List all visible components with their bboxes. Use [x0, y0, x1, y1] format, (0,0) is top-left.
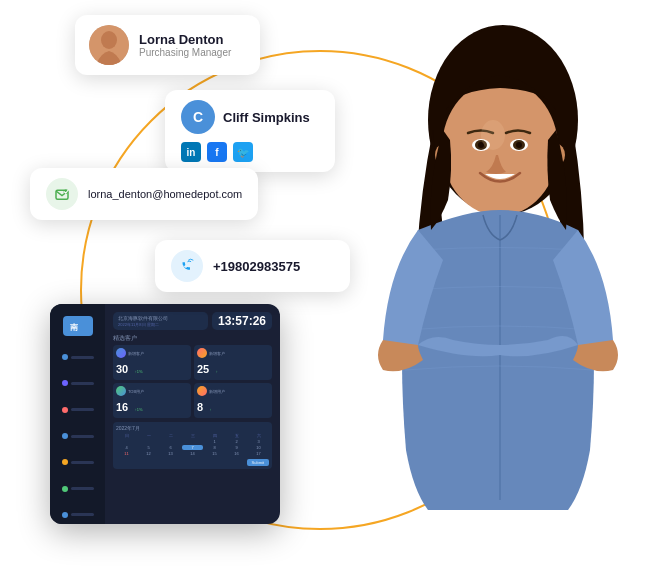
dash-time: 13:57:26 — [218, 315, 266, 327]
stat-item-2: 新增客户 25 ↑ — [194, 345, 272, 380]
svg-text:南: 南 — [70, 323, 78, 332]
phone-icon — [171, 250, 203, 282]
main-scene: Lorna Denton Purchasing Manager C Cliff … — [0, 0, 668, 584]
dashboard-sidebar: 南 — [50, 304, 105, 524]
email-icon — [46, 178, 78, 210]
sidebar-item-6 — [62, 479, 94, 497]
phone-card: +19802983575 — [155, 240, 350, 292]
sidebar-item-2 — [62, 374, 94, 392]
dashboard-main: 北京海豚软件有限公司 2022年11月8日 星期二 13:57:26 精选客户 … — [105, 304, 280, 524]
lorna-card: Lorna Denton Purchasing Manager — [75, 15, 260, 75]
cliff-card: C Cliff Simpkins in f 🐦 — [165, 90, 335, 172]
stat-item-3: TOB用户 16 ↑1% — [113, 383, 191, 418]
dash-date: 2022年11月8日 星期二 — [118, 322, 203, 327]
stat-item-4: 新增用户 8 ↑ — [194, 383, 272, 418]
sidebar-item-5 — [62, 453, 94, 471]
dashboard-calendar: 2022年7月 日 一 二 三 四 五 六 1 2 3 4 — [113, 422, 272, 469]
woman-figure — [328, 0, 648, 584]
lorna-name: Lorna Denton — [139, 32, 231, 47]
sidebar-item-1 — [62, 348, 94, 366]
lorna-info: Lorna Denton Purchasing Manager — [139, 32, 231, 58]
cliff-header: C Cliff Simpkins — [181, 100, 319, 134]
sidebar-logo: 南 — [63, 316, 93, 336]
lorna-avatar — [89, 25, 129, 65]
svg-point-13 — [101, 31, 117, 49]
sidebar-item-7 — [62, 506, 94, 524]
social-icons-row: in f 🐦 — [181, 142, 319, 162]
phone-number: +19802983575 — [213, 259, 300, 274]
sidebar-item-4 — [62, 427, 94, 445]
svg-point-8 — [516, 142, 522, 148]
dash-company: 北京海豚软件有限公司 — [118, 315, 203, 321]
sidebar-item-3 — [62, 401, 94, 419]
svg-point-11 — [481, 120, 505, 150]
cal-month: 2022年7月 — [116, 425, 269, 431]
lorna-role: Purchasing Manager — [139, 47, 231, 58]
linkedin-icon[interactable]: in — [181, 142, 201, 162]
svg-point-17 — [180, 259, 195, 274]
stat-item-1: 新增客户 30 ↑1% — [113, 345, 191, 380]
facebook-icon[interactable]: f — [207, 142, 227, 162]
cliff-name: Cliff Simpkins — [223, 110, 310, 125]
svg-point-2 — [442, 80, 558, 216]
email-address: lorna_denton@homedepot.com — [88, 188, 242, 200]
dash-stats-grid: 新增客户 30 ↑1% 新增客户 25 ↑ TOB用户 — [113, 345, 272, 418]
twitter-icon[interactable]: 🐦 — [233, 142, 253, 162]
dashboard-card: 南 — [50, 304, 280, 524]
cliff-avatar: C — [181, 100, 215, 134]
email-card: lorna_denton@homedepot.com — [30, 168, 258, 220]
dash-section-label: 精选客户 — [113, 335, 272, 342]
